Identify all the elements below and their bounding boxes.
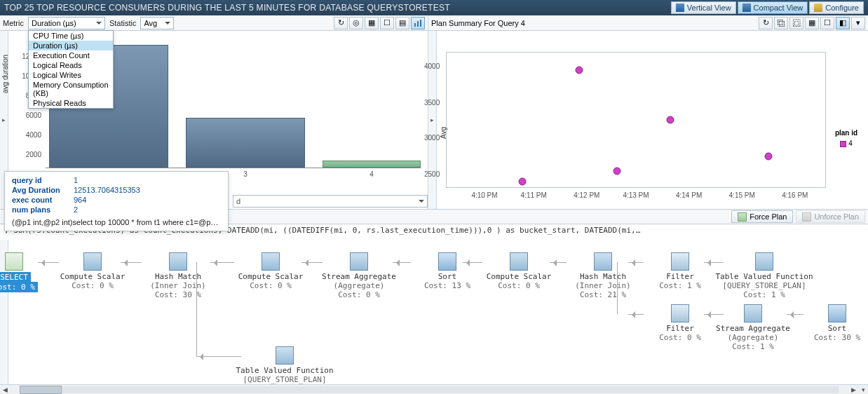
table-view-icon[interactable]: ☐	[380, 17, 394, 29]
grid-view-icon[interactable]: ▦	[365, 17, 379, 29]
op-stream-aggregate[interactable]: Stream Aggregate(Aggregate)Cost: 0 %	[317, 252, 401, 299]
app-header: TOP 25 TOP RESOURCE CONSUMERS DURING THE…	[0, 0, 868, 15]
bar-xtick: 3	[243, 170, 247, 178]
execution-plan-area[interactable]: SELECT Cost: 0 % Compute ScalarCost: 0 %…	[0, 240, 868, 384]
scatter-area-wrap: ▸ Avg 2500 3000 3500 4000 4:10 PM 4:11 P…	[428, 31, 868, 209]
metric-option[interactable]: Physical Reads	[29, 98, 113, 108]
plan-tree-icon[interactable]: ⿻	[774, 17, 788, 29]
metric-option[interactable]: Duration (µs)	[29, 41, 113, 50]
plan-summary-bar: Plan Summary For Query 4 ↻ ⿻ ⿴ ▦ ☐ ◧ ▾	[428, 15, 868, 31]
metric-option[interactable]: Execution Count	[29, 50, 113, 60]
refresh-icon[interactable]: ↻	[334, 17, 348, 29]
filter-bar: Metric Duration (µs) Statistic Avg ↻ ◎ ▦…	[0, 15, 428, 31]
force-plan-icon	[738, 212, 747, 222]
plan-chart-icon[interactable]: ◧	[836, 17, 850, 29]
op-tvf[interactable]: Table Valued Function[QUERY_STORE_PLAN]C…	[229, 346, 341, 384]
legend: plan id 4	[829, 129, 864, 147]
vertical-icon	[676, 4, 684, 12]
plan-summary-pane: Plan Summary For Query 4 ↻ ⿻ ⿴ ▦ ☐ ◧ ▾ ▸…	[428, 15, 868, 209]
unforce-plan-icon	[802, 212, 811, 222]
configure-button[interactable]: Configure	[809, 1, 864, 14]
vertical-view-button[interactable]: Vertical View	[671, 1, 736, 14]
op-sort[interactable]: SortCost: 30 %	[795, 304, 868, 342]
compact-icon	[742, 4, 751, 12]
metric-dropdown[interactable]: CPU Time (µs) Duration (µs) Execution Co…	[28, 30, 114, 109]
op-hash-match[interactable]: Hash Match(Inner Join)Cost: 30 %	[136, 252, 220, 299]
op-compute-scalar[interactable]: Compute ScalarCost: 0 %	[50, 252, 135, 290]
x-axis-select[interactable]: d	[233, 195, 428, 208]
plan-summary-title: Plan Summary For Query 4	[431, 19, 525, 27]
op-tvf[interactable]: Table Valued Function[QUERY_STORE_PLAN]C…	[708, 252, 820, 299]
bar-tooltip: query id1 Avg Duration12513.7064315353 e…	[4, 171, 229, 231]
metric-option[interactable]: Logical Writes	[29, 70, 113, 80]
metric-option[interactable]: Memory Consumption (KB)	[29, 80, 113, 98]
unforce-plan-button[interactable]: Unforce Plan	[796, 210, 865, 223]
bar-y-label: avg duration	[1, 55, 9, 93]
compact-view-button[interactable]: Compact View	[738, 1, 808, 14]
statistic-select[interactable]: Avg	[140, 17, 174, 29]
op-filter[interactable]: FilterCost: 0 %	[638, 304, 722, 342]
list-view-icon[interactable]: ▤	[395, 17, 409, 29]
scatter-point[interactable]	[613, 167, 621, 175]
bar-xtick: 4	[369, 170, 374, 178]
op-compute-scalar[interactable]: Compute ScalarCost: 0 %	[229, 252, 313, 290]
right-icon-bar: ↻ ⿻ ⿴ ▦ ☐ ◧ ▾	[759, 17, 865, 29]
plan-compare-icon[interactable]: ⿴	[789, 17, 803, 29]
metric-label: Metric	[3, 19, 24, 27]
header-view-buttons: Vertical View Compact View Configure	[671, 1, 864, 14]
op-compute-scalar[interactable]: Compute ScalarCost: 0 %	[477, 252, 561, 290]
scatter-plot: 2500 3000 3500 4000 4:10 PM 4:11 PM 4:12…	[446, 52, 826, 188]
plan-table-icon[interactable]: ☐	[820, 17, 834, 29]
force-plan-button[interactable]: Force Plan	[731, 210, 793, 223]
scroll-right-icon[interactable]: ▶	[848, 385, 858, 395]
op-select[interactable]: SELECT Cost: 0 %	[0, 252, 41, 292]
target-icon[interactable]: ◎	[349, 17, 363, 29]
scatter-point[interactable]	[576, 66, 583, 74]
scroll-left-icon[interactable]: ◀	[0, 385, 10, 395]
metric-select[interactable]: Duration (µs)	[28, 17, 105, 29]
configure-icon	[814, 4, 822, 12]
horizontal-scrollbar[interactable]: ◀ ▶ ▾	[0, 384, 868, 394]
plan-grid-icon[interactable]: ▦	[805, 17, 819, 29]
svg-rect-2	[420, 20, 421, 27]
svg-rect-0	[414, 23, 416, 27]
bar-query-3[interactable]	[186, 118, 305, 168]
header-title: TOP 25 TOP RESOURCE CONSUMERS DURING THE…	[4, 0, 450, 15]
chevron-down-icon[interactable]: ▾	[851, 17, 865, 29]
scroll-menu-icon[interactable]: ▾	[858, 385, 868, 395]
left-icon-bar: ↻ ◎ ▦ ☐ ▤	[334, 17, 425, 29]
bar-query-4[interactable]	[323, 161, 421, 168]
svg-rect-1	[417, 21, 419, 27]
scroll-thumb[interactable]	[20, 386, 62, 394]
op-stream-aggregate[interactable]: Stream Aggregate(Aggregate)Cost: 1 %	[711, 304, 795, 351]
statistic-label: Statistic	[109, 19, 137, 27]
chart-view-icon[interactable]	[411, 17, 425, 29]
refresh-icon[interactable]: ↻	[759, 17, 773, 29]
metric-option[interactable]: CPU Time (µs)	[29, 31, 113, 41]
scatter-point[interactable]	[666, 116, 674, 124]
scatter-point[interactable]	[519, 178, 527, 186]
legend-swatch	[840, 141, 846, 147]
expand-tab-right[interactable]: ▸	[428, 31, 437, 209]
scatter-point[interactable]	[765, 152, 773, 160]
metric-option[interactable]: Logical Reads	[29, 60, 113, 70]
